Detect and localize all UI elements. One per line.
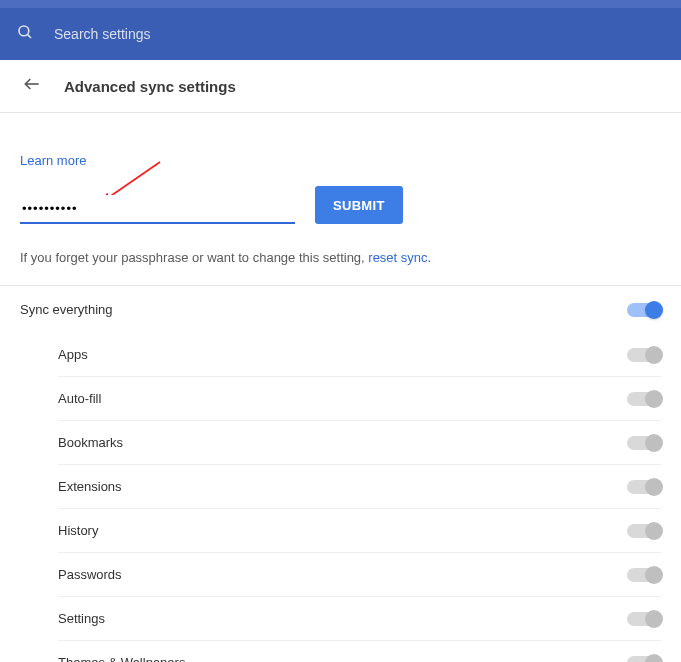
sync-item-toggle[interactable]: [627, 656, 661, 663]
sync-item-row: History: [58, 509, 661, 553]
svg-point-0: [19, 26, 29, 36]
forget-passphrase-text: If you forget your passphrase or want to…: [20, 250, 661, 265]
back-arrow-icon[interactable]: [22, 74, 42, 98]
sync-item-label: Themes & Wallpapers: [58, 655, 185, 662]
sync-item-label: Extensions: [58, 479, 122, 494]
search-bar[interactable]: Search settings: [0, 8, 681, 60]
sync-item-row: Passwords: [58, 553, 661, 597]
sync-item-label: Passwords: [58, 567, 122, 582]
sync-item-row: Themes & Wallpapers: [58, 641, 661, 662]
forget-text-prefix: If you forget your passphrase or want to…: [20, 250, 368, 265]
search-icon: [16, 23, 34, 45]
sync-item-label: Auto-fill: [58, 391, 101, 406]
sync-everything-row: Sync everything: [20, 286, 661, 333]
sync-item-row: Settings: [58, 597, 661, 641]
sync-item-toggle[interactable]: [627, 348, 661, 362]
page-titlebar: Advanced sync settings: [0, 60, 681, 113]
sync-item-toggle[interactable]: [627, 436, 661, 450]
sync-item-toggle[interactable]: [627, 524, 661, 538]
sync-item-toggle[interactable]: [627, 612, 661, 626]
sync-everything-label: Sync everything: [20, 302, 113, 317]
search-placeholder: Search settings: [54, 26, 151, 42]
sync-item-row: Auto-fill: [58, 377, 661, 421]
reset-sync-link[interactable]: reset sync: [368, 250, 427, 265]
window-accent-bar: [0, 0, 681, 8]
sync-everything-toggle[interactable]: [627, 303, 661, 317]
sync-item-toggle[interactable]: [627, 392, 661, 406]
sync-item-row: Extensions: [58, 465, 661, 509]
svg-line-1: [27, 34, 31, 38]
sync-item-row: Apps: [58, 333, 661, 377]
submit-button[interactable]: SUBMIT: [315, 186, 403, 224]
forget-text-suffix: .: [428, 250, 432, 265]
page-title: Advanced sync settings: [64, 78, 236, 95]
sync-item-label: Settings: [58, 611, 105, 626]
sync-item-toggle[interactable]: [627, 568, 661, 582]
sync-item-toggle[interactable]: [627, 480, 661, 494]
passphrase-input[interactable]: [20, 195, 295, 224]
sync-item-label: Apps: [58, 347, 88, 362]
sync-item-row: Bookmarks: [58, 421, 661, 465]
sync-item-label: Bookmarks: [58, 435, 123, 450]
learn-more-link[interactable]: Learn more: [20, 153, 86, 168]
sync-item-label: History: [58, 523, 98, 538]
